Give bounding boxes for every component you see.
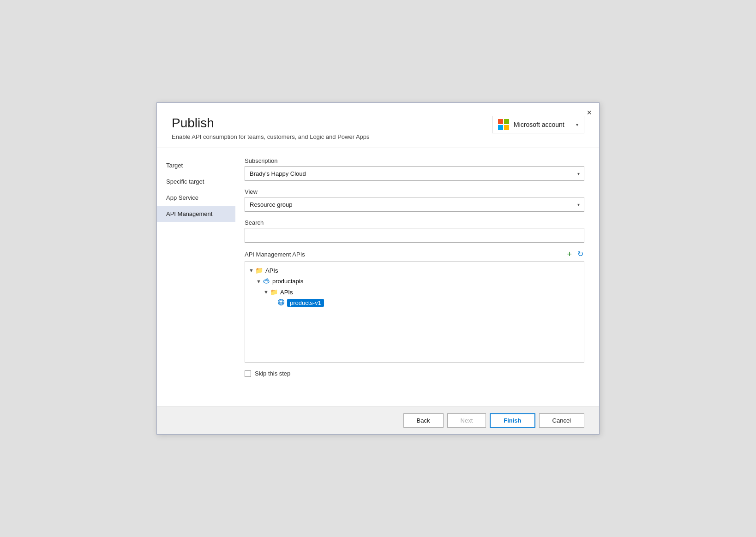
- sidebar: Target Specific target App Service API M…: [157, 148, 235, 406]
- account-label: Microsoft account: [514, 121, 571, 128]
- skip-label: Skip this step: [255, 370, 290, 377]
- ms-logo-red: [498, 119, 503, 124]
- folder-icon-apis-root: 📁: [255, 267, 263, 274]
- tree-item-apis-sub[interactable]: ▼ 📁 APIs: [245, 287, 584, 297]
- sidebar-item-target[interactable]: Target: [157, 157, 235, 173]
- api-tree-box: ▼ 📁 APIs ▼: [245, 261, 584, 363]
- publish-dialog: × Publish Enable API consumption for tea…: [156, 102, 600, 435]
- account-dropdown-arrow: ▾: [576, 122, 578, 127]
- add-api-button[interactable]: +: [566, 250, 573, 258]
- api-mgmt-header: API Management APIs + ↻: [245, 250, 584, 258]
- next-button[interactable]: Next: [447, 413, 486, 428]
- dialog-body: Target Specific target App Service API M…: [157, 148, 599, 406]
- view-select[interactable]: Resource group Location All: [245, 197, 584, 212]
- refresh-button[interactable]: ↻: [576, 251, 584, 258]
- search-field: Search: [245, 219, 584, 243]
- ms-logo-blue: [498, 125, 503, 130]
- title-area: Publish Enable API consumption for teams…: [172, 116, 370, 140]
- api-mgmt-section: API Management APIs + ↻ ▼ 📁 APIs: [245, 250, 584, 363]
- search-input[interactable]: [245, 228, 584, 243]
- ms-logo-green: [504, 119, 509, 124]
- view-select-wrapper: Resource group Location All ▾: [245, 197, 584, 212]
- ms-logo-yellow: [504, 125, 509, 130]
- cancel-button[interactable]: Cancel: [539, 413, 584, 428]
- main-content: Subscription Brady's Happy Cloud ▾ View …: [235, 148, 599, 406]
- subscription-label: Subscription: [245, 157, 584, 164]
- api-mgmt-actions: + ↻: [566, 250, 584, 258]
- tree-toggle-productapis: ▼: [256, 279, 263, 284]
- sidebar-item-specific-target[interactable]: Specific target: [157, 173, 235, 190]
- skip-row: Skip this step: [245, 370, 584, 377]
- account-selector[interactable]: Microsoft account ▾: [492, 116, 584, 133]
- api-mgmt-title: API Management APIs: [245, 251, 305, 258]
- view-field: View Resource group Location All ▾: [245, 188, 584, 212]
- tree-toggle-products-v1: [271, 300, 277, 306]
- tree-label-productapis: productapis: [272, 278, 303, 285]
- globe-icon-products-v1: [277, 298, 285, 307]
- subscription-select[interactable]: Brady's Happy Cloud: [245, 166, 584, 181]
- sidebar-item-api-management[interactable]: API Management: [157, 206, 235, 222]
- tree-item-products-v1[interactable]: products-v1: [245, 297, 584, 309]
- cloud-icon-productapis: [263, 277, 270, 286]
- close-button[interactable]: ×: [587, 108, 592, 117]
- tree-item-productapis[interactable]: ▼ productapis: [245, 275, 584, 287]
- tree-toggle-apis-sub: ▼: [264, 289, 270, 295]
- skip-checkbox[interactable]: [245, 370, 251, 377]
- finish-button[interactable]: Finish: [490, 413, 535, 428]
- subscription-field: Subscription Brady's Happy Cloud ▾: [245, 157, 584, 181]
- dialog-footer: Back Next Finish Cancel: [157, 406, 599, 434]
- tree-label-apis-sub: APIs: [280, 289, 293, 296]
- search-label: Search: [245, 219, 584, 226]
- tree-label-apis-root: APIs: [265, 267, 278, 274]
- sidebar-item-app-service[interactable]: App Service: [157, 190, 235, 206]
- dialog-subtitle: Enable API consumption for teams, custom…: [172, 133, 370, 140]
- dialog-header: Publish Enable API consumption for teams…: [157, 103, 599, 148]
- tree-label-products-v1: products-v1: [287, 299, 324, 307]
- subscription-select-wrapper: Brady's Happy Cloud ▾: [245, 166, 584, 181]
- dialog-title: Publish: [172, 116, 370, 131]
- folder-icon-apis-sub: 📁: [270, 288, 278, 296]
- tree-item-apis-root[interactable]: ▼ 📁 APIs: [245, 265, 584, 275]
- back-button[interactable]: Back: [403, 413, 444, 428]
- tree-toggle-apis-root: ▼: [249, 268, 255, 273]
- ms-logo: [498, 119, 509, 130]
- view-label: View: [245, 188, 584, 195]
